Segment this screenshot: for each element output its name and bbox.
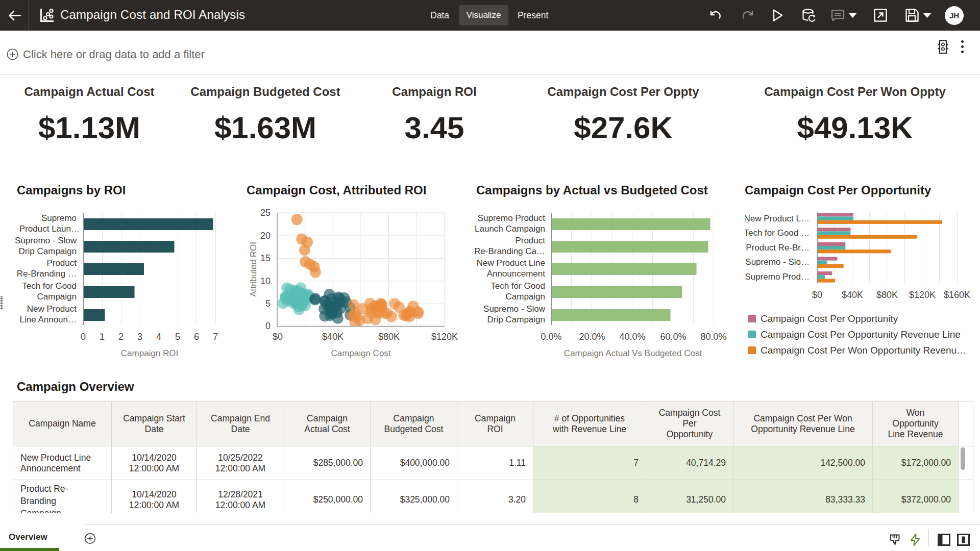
svg-text:Attributed ROI: Attributed ROI <box>249 242 258 297</box>
svg-text:Drip Campaign: Drip Campaign <box>19 246 77 256</box>
svg-text:$120K: $120K <box>431 332 458 342</box>
svg-text:1: 1 <box>100 332 105 342</box>
svg-text:$0: $0 <box>812 290 822 300</box>
svg-text:Tech for Good …: Tech for Good … <box>745 228 810 238</box>
svg-text:2: 2 <box>118 332 124 342</box>
svg-text:Tech for Good: Tech for Good <box>22 281 77 291</box>
svg-text:15: 15 <box>260 253 271 263</box>
svg-text:Tech for Good: Tech for Good <box>491 281 545 291</box>
svg-text:60.0%: 60.0% <box>660 332 686 342</box>
svg-text:Launch Campaign: Launch Campaign <box>475 224 545 234</box>
svg-text:Supremo - Slo…: Supremo - Slo… <box>745 257 810 267</box>
svg-text:Re-Branding …: Re-Branding … <box>17 269 77 279</box>
svg-text:Campaigns by ROI: Campaigns by ROI <box>17 183 126 197</box>
svg-text:Campaign ROI: Campaign ROI <box>121 348 178 358</box>
svg-text:$40K: $40K <box>842 290 863 300</box>
svg-text:6: 6 <box>194 332 199 342</box>
svg-text:5: 5 <box>265 298 271 309</box>
svg-text:Supremo - Slow: Supremo - Slow <box>483 304 546 314</box>
svg-text:Supremo Prod…: Supremo Prod… <box>745 272 810 282</box>
svg-text:$80K: $80K <box>876 290 898 300</box>
svg-text:20: 20 <box>260 231 271 241</box>
svg-text:40.0%: 40.0% <box>619 332 645 342</box>
svg-text:Campaign Cost: Campaign Cost <box>331 348 390 358</box>
svg-text:10: 10 <box>260 276 271 286</box>
svg-text:5: 5 <box>175 332 180 342</box>
svg-text:Product Re-Br…: Product Re-Br… <box>746 243 810 253</box>
svg-text:Supremo Product: Supremo Product <box>478 213 546 223</box>
svg-text:3: 3 <box>137 332 142 342</box>
svg-text:Campaign Cost Per Won Opportun: Campaign Cost Per Won Opportunity Revenu… <box>761 345 966 356</box>
svg-text:Supremo - Slow: Supremo - Slow <box>15 236 77 245</box>
svg-text:20.0%: 20.0% <box>579 332 605 342</box>
svg-text:$40K: $40K <box>322 332 344 342</box>
svg-text:Campaign Cost Per Opportunity: Campaign Cost Per Opportunity <box>745 183 932 197</box>
svg-text:$80K: $80K <box>378 332 400 342</box>
svg-text:Campaign: Campaign <box>506 292 546 302</box>
svg-text:Campaigns by Actual vs Budgete: Campaigns by Actual vs Budgeted Cost <box>476 183 708 197</box>
svg-text:New Product L…: New Product L… <box>745 214 810 223</box>
svg-text:4: 4 <box>156 332 161 342</box>
svg-text:80.0%: 80.0% <box>700 332 726 342</box>
svg-text:Product: Product <box>46 258 77 268</box>
svg-text:0: 0 <box>81 332 86 342</box>
svg-text:$120K: $120K <box>909 290 936 300</box>
svg-text:Supremo: Supremo <box>41 213 77 223</box>
svg-text:Product Laun…: Product Laun… <box>19 224 80 234</box>
svg-text:Campaign: Campaign <box>37 292 77 302</box>
svg-text:Product: Product <box>515 236 545 245</box>
svg-text:Campaign Cost, Attributed ROI: Campaign Cost, Attributed ROI <box>247 183 426 197</box>
svg-text:$160K: $160K <box>944 290 970 300</box>
svg-text:New Product: New Product <box>27 304 77 314</box>
svg-text:Campaign Cost Per Opportunity: Campaign Cost Per Opportunity Revenue Li… <box>761 329 961 340</box>
svg-text:Campaign Actual Vs Budgeted Co: Campaign Actual Vs Budgeted Cost <box>564 348 702 358</box>
svg-text:7: 7 <box>213 332 218 342</box>
svg-text:Announcement: Announcement <box>487 269 546 279</box>
svg-text:0: 0 <box>265 321 271 331</box>
svg-text:Re-Branding Ca…: Re-Branding Ca… <box>474 246 545 256</box>
svg-text:$0: $0 <box>273 332 283 342</box>
svg-text:0.0%: 0.0% <box>541 332 561 342</box>
svg-text:25: 25 <box>260 208 271 218</box>
svg-text:Drip Campaign: Drip Campaign <box>487 315 545 324</box>
svg-text:Campaign Cost Per Opportunity: Campaign Cost Per Opportunity <box>761 313 898 324</box>
svg-text:Line Announ…: Line Announ… <box>19 315 77 324</box>
svg-text:New Product Line: New Product Line <box>477 258 545 268</box>
